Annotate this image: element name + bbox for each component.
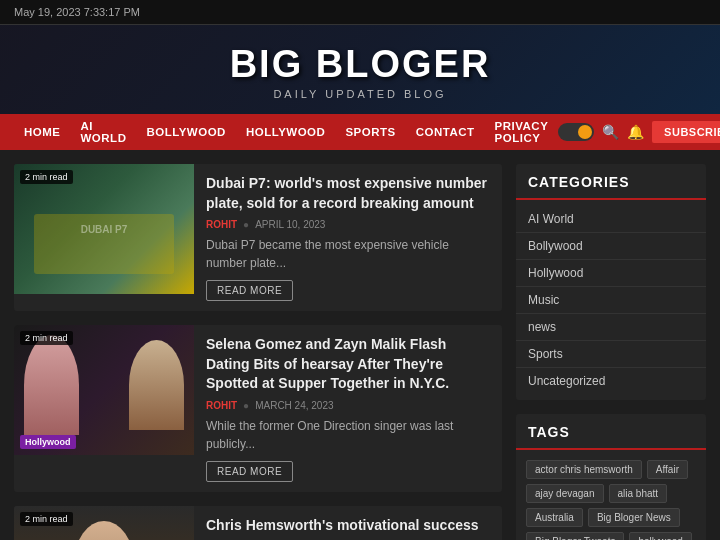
top-bar: May 19, 2023 7:33:17 PM — [0, 0, 720, 25]
article-title-3: Chris Hemsworth's motivational success s… — [206, 516, 492, 540]
dark-mode-toggle[interactable] — [558, 123, 594, 141]
navbar: HOME AI WORLD BOLLYWOOD HOLLYWOOD SPORTS… — [0, 114, 720, 150]
category-list: AI World Bollywood Hollywood Music news … — [516, 200, 706, 400]
article-meta-1: ROHIT ● APRIL 10, 2023 — [206, 219, 492, 230]
article-image-3: 2 min read — [14, 506, 194, 540]
nav-ai-world[interactable]: AI WORLD — [71, 114, 137, 150]
datetime: May 19, 2023 7:33:17 PM — [14, 6, 140, 18]
sidebar: CATEGORIES AI World Bollywood Hollywood … — [516, 164, 706, 540]
nav-sports[interactable]: SPORTS — [335, 114, 405, 150]
main-container: 2 min read Dubai P7: world's most expens… — [0, 150, 720, 540]
nav-privacy[interactable]: PRIVACY POLICY — [485, 114, 559, 150]
article-date-1: APRIL 10, 2023 — [255, 219, 325, 230]
tag-bollywood[interactable]: bollywood — [629, 532, 691, 540]
article-excerpt-1: Dubai P7 became the most expensive vehic… — [206, 236, 492, 272]
site-header: BIG BLOGER DAILY UPDATED BLOG — [0, 25, 720, 114]
read-time-badge-1: 2 min read — [20, 170, 73, 184]
sidebar-item-hollywood[interactable]: Hollywood — [516, 260, 706, 287]
article-author-2: ROHIT — [206, 400, 237, 411]
tag-australia[interactable]: Australia — [526, 508, 583, 527]
tags-section: TAGS actor chris hemsworth Affair ajay d… — [516, 414, 706, 540]
search-icon[interactable]: 🔍 — [602, 124, 619, 140]
tags-heading: TAGS — [516, 414, 706, 450]
article-date-2: MARCH 24, 2023 — [255, 400, 333, 411]
categories-section: CATEGORIES AI World Bollywood Hollywood … — [516, 164, 706, 400]
read-time-badge-3: 2 min read — [20, 512, 73, 526]
tags-wrap: actor chris hemsworth Affair ajay devaga… — [516, 450, 706, 540]
sidebar-item-news[interactable]: news — [516, 314, 706, 341]
article-image-1: 2 min read — [14, 164, 194, 294]
article-excerpt-2: While the former One Direction singer wa… — [206, 417, 492, 453]
header-content: BIG BLOGER DAILY UPDATED BLOG — [10, 43, 710, 100]
nav-bollywood[interactable]: BOLLYWOOD — [136, 114, 235, 150]
tag-alia[interactable]: alia bhatt — [609, 484, 668, 503]
article-body-1: Dubai P7: world's most expensive number … — [206, 164, 502, 311]
tag-ajay[interactable]: ajay devagan — [526, 484, 604, 503]
article-body-3: Chris Hemsworth's motivational success s… — [206, 506, 502, 540]
subscribe-button[interactable]: SUBSCRIBE — [652, 121, 720, 143]
nav-home[interactable]: HOME — [14, 114, 71, 150]
table-row: 2 min read Hollywood Selena Gomez and Za… — [14, 325, 502, 492]
article-meta-2: ROHIT ● MARCH 24, 2023 — [206, 400, 492, 411]
nav-links: HOME AI WORLD BOLLYWOOD HOLLYWOOD SPORTS… — [14, 114, 558, 150]
site-subtitle: DAILY UPDATED BLOG — [10, 88, 710, 100]
article-body-2: Selena Gomez and Zayn Malik Flash Dating… — [206, 325, 502, 492]
read-time-badge-2: 2 min read — [20, 331, 73, 345]
tag-hollywood: Hollywood — [20, 435, 76, 449]
categories-heading: CATEGORIES — [516, 164, 706, 200]
table-row: 2 min read Dubai P7: world's most expens… — [14, 164, 502, 311]
sidebar-item-sports[interactable]: Sports — [516, 341, 706, 368]
sidebar-item-music[interactable]: Music — [516, 287, 706, 314]
tag-big-bloger-news[interactable]: Big Bloger News — [588, 508, 680, 527]
article-image-2: 2 min read Hollywood — [14, 325, 194, 455]
articles-col: 2 min read Dubai P7: world's most expens… — [14, 164, 502, 540]
read-more-button-1[interactable]: READ MORE — [206, 280, 293, 301]
nav-contact[interactable]: CONTACT — [406, 114, 485, 150]
nav-hollywood[interactable]: HOLLYWOOD — [236, 114, 335, 150]
bell-icon[interactable]: 🔔 — [627, 124, 644, 140]
article-title-2: Selena Gomez and Zayn Malik Flash Dating… — [206, 335, 492, 394]
sidebar-item-ai-world[interactable]: AI World — [516, 206, 706, 233]
read-more-button-2[interactable]: READ MORE — [206, 461, 293, 482]
article-author-1: ROHIT — [206, 219, 237, 230]
sidebar-item-uncategorized[interactable]: Uncategorized — [516, 368, 706, 394]
sidebar-item-bollywood[interactable]: Bollywood — [516, 233, 706, 260]
article-title-1: Dubai P7: world's most expensive number … — [206, 174, 492, 213]
tag-big-bloger-tweets[interactable]: Big Bloger Tweets — [526, 532, 624, 540]
tag-affair[interactable]: Affair — [647, 460, 688, 479]
tag-actor-chris[interactable]: actor chris hemsworth — [526, 460, 642, 479]
site-title: BIG BLOGER — [10, 43, 710, 86]
table-row: 2 min read Chris Hemsworth's motivationa… — [14, 506, 502, 540]
nav-actions: 🔍 🔔 SUBSCRIBE — [558, 121, 720, 143]
